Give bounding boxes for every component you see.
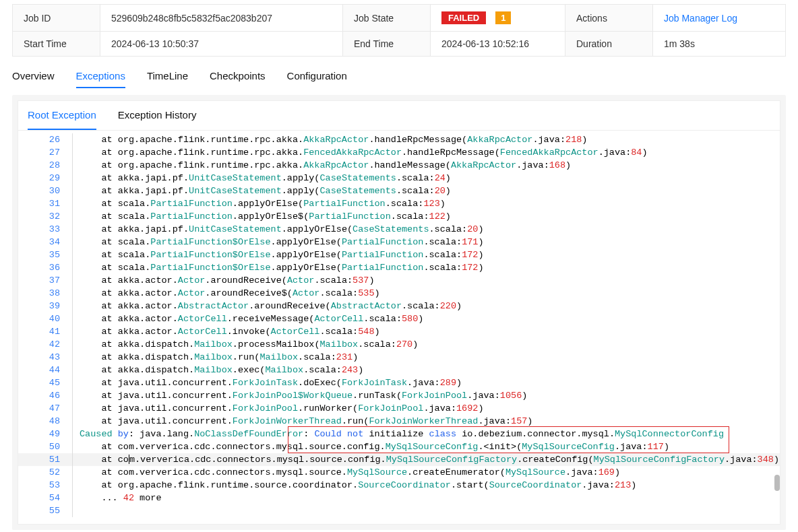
tab-exceptions[interactable]: Exceptions — [76, 70, 125, 88]
subtab-exception-history[interactable]: Exception History — [118, 109, 197, 130]
start-time-label: Start Time — [13, 32, 100, 57]
line-number: 33 — [18, 223, 72, 236]
code-content: at scala.PartialFunction$OrElse.applyOrE… — [80, 248, 780, 261]
code-line[interactable]: 47 at java.util.concurrent.ForkJoinPool.… — [18, 402, 780, 415]
exception-subtabs: Root Exception Exception History — [18, 101, 780, 131]
code-content: at scala.PartialFunction$OrElse.applyOrE… — [80, 236, 780, 248]
duration-value: 1m 38s — [653, 32, 786, 57]
code-content: at org.apache.flink.runtime.rpc.akka.Fen… — [80, 146, 780, 159]
line-number: 28 — [18, 159, 72, 172]
code-content: at akka.japi.pf.UnitCaseStatement.apply(… — [80, 172, 780, 185]
code-line[interactable]: 43 at akka.dispatch.Mailbox.run(Mailbox.… — [18, 351, 780, 364]
code-content: at akka.actor.ActorCell.receiveMessage(A… — [80, 312, 780, 325]
line-number: 54 — [18, 492, 72, 504]
code-line[interactable]: 32 at scala.PartialFunction.applyOrElse$… — [18, 210, 780, 223]
code-content: at org.apache.flink.runtime.rpc.akka.Akk… — [80, 133, 780, 146]
code-line[interactable]: 38 at akka.actor.Actor.aroundReceive$(Ac… — [18, 287, 780, 300]
code-content: at akka.dispatch.Mailbox.exec(Mailbox.sc… — [80, 364, 780, 376]
code-line[interactable]: 31 at scala.PartialFunction.applyOrElse(… — [18, 197, 780, 210]
code-line[interactable]: 40 at akka.actor.ActorCell.receiveMessag… — [18, 312, 780, 325]
line-number: 55 — [18, 504, 72, 517]
failed-badge: FAILED — [441, 11, 486, 24]
code-line[interactable]: 52 at com.ververica.cdc.connectors.mysql… — [18, 466, 780, 479]
code-line[interactable]: 29 at akka.japi.pf.UnitCaseStatement.app… — [18, 172, 780, 185]
code-line[interactable]: 46 at java.util.concurrent.ForkJoinPool$… — [18, 389, 780, 402]
code-content: Caused by: java.lang.NoClassDefFoundErro… — [80, 428, 780, 440]
line-number: 42 — [18, 338, 72, 351]
line-number: 39 — [18, 300, 72, 312]
code-content: ... 42 more — [80, 492, 780, 504]
code-content: at akka.dispatch.Mailbox.processMailbox(… — [80, 338, 780, 351]
job-id-label: Job ID — [13, 5, 100, 32]
scrollbar-thumb[interactable] — [774, 475, 780, 491]
job-id-value: 529609b248c8fb5c5832f5ac2083b207 — [100, 5, 343, 32]
end-time-value: 2024-06-13 10:52:16 — [431, 32, 565, 57]
code-line[interactable]: 27 at org.apache.flink.runtime.rpc.akka.… — [18, 146, 780, 159]
subtab-root-exception[interactable]: Root Exception — [28, 109, 96, 130]
line-number: 36 — [18, 261, 72, 274]
code-line[interactable]: 49Caused by: java.lang.NoClassDefFoundEr… — [18, 428, 780, 440]
code-line[interactable]: 30 at akka.japi.pf.UnitCaseStatement.app… — [18, 185, 780, 197]
code-content: at akka.japi.pf.UnitCaseStatement.apply(… — [80, 185, 780, 197]
code-line[interactable]: 53 at org.apache.flink.runtime.source.co… — [18, 479, 780, 492]
line-number: 53 — [18, 479, 72, 492]
line-number: 48 — [18, 415, 72, 428]
end-time-label: End Time — [343, 32, 431, 57]
code-line[interactable]: 37 at akka.actor.Actor.aroundReceive(Act… — [18, 274, 780, 287]
code-line[interactable]: 41 at akka.actor.ActorCell.invoke(ActorC… — [18, 325, 780, 338]
code-content: at scala.PartialFunction.applyOrElse(Par… — [80, 197, 780, 210]
line-number: 41 — [18, 325, 72, 338]
code-content: at com.ververica.cdc.connectors.mysql.so… — [80, 453, 780, 466]
code-content: at com.ververica.cdc.connectors.mysql.so… — [80, 466, 780, 479]
code-line[interactable]: 28 at org.apache.flink.runtime.rpc.akka.… — [18, 159, 780, 172]
code-line[interactable]: 34 at scala.PartialFunction$OrElse.apply… — [18, 236, 780, 248]
code-content: at akka.japi.pf.UnitCaseStatement.applyO… — [80, 223, 780, 236]
line-number: 52 — [18, 466, 72, 479]
job-manager-log-link[interactable]: Job Manager Log — [664, 13, 737, 24]
job-state-value: FAILED 1 — [431, 5, 565, 32]
code-content: at java.util.concurrent.ForkJoinTask.doE… — [80, 376, 780, 389]
code-line[interactable]: 48 at java.util.concurrent.ForkJoinWorke… — [18, 415, 780, 428]
line-number: 27 — [18, 146, 72, 159]
code-content: at java.util.concurrent.ForkJoinWorkerTh… — [80, 415, 780, 428]
code-content: at java.util.concurrent.ForkJoinPool$Wor… — [80, 389, 780, 402]
code-content: at java.util.concurrent.ForkJoinPool.run… — [80, 402, 780, 415]
line-number: 44 — [18, 364, 72, 376]
code-line[interactable]: 54 ... 42 more — [18, 492, 780, 504]
line-number: 38 — [18, 287, 72, 300]
code-content: at akka.dispatch.Mailbox.run(Mailbox.sca… — [80, 351, 780, 364]
code-line[interactable]: 35 at scala.PartialFunction$OrElse.apply… — [18, 248, 780, 261]
job-state-label: Job State — [343, 5, 431, 32]
start-time-value: 2024-06-13 10:50:37 — [100, 32, 343, 57]
code-line[interactable]: 26 at org.apache.flink.runtime.rpc.akka.… — [18, 133, 780, 146]
code-content: at scala.PartialFunction$OrElse.applyOrE… — [80, 261, 780, 274]
code-content: at akka.actor.Actor.aroundReceive(Actor.… — [80, 274, 780, 287]
stack-trace-viewer[interactable]: 26 at org.apache.flink.runtime.rpc.akka.… — [18, 131, 780, 524]
code-line[interactable]: 50 at com.ververica.cdc.connectors.mysql… — [18, 440, 780, 453]
code-line[interactable]: 45 at java.util.concurrent.ForkJoinTask.… — [18, 376, 780, 389]
code-content: at akka.actor.ActorCell.invoke(ActorCell… — [80, 325, 780, 338]
code-content: at org.apache.flink.runtime.source.coord… — [80, 479, 780, 492]
code-line[interactable]: 42 at akka.dispatch.Mailbox.processMailb… — [18, 338, 780, 351]
code-line[interactable]: 55 — [18, 504, 780, 517]
code-content: at akka.actor.Actor.aroundReceive$(Actor… — [80, 287, 780, 300]
fail-count-badge: 1 — [495, 11, 511, 24]
code-content: at scala.PartialFunction.applyOrElse$(Pa… — [80, 210, 780, 223]
code-line[interactable]: 51 at com.ververica.cdc.connectors.mysql… — [18, 453, 780, 466]
tab-timeline[interactable]: TimeLine — [147, 70, 188, 88]
tab-configuration[interactable]: Configuration — [287, 70, 347, 88]
code-line[interactable]: 39 at akka.actor.AbstractActor.aroundRec… — [18, 300, 780, 312]
code-line[interactable]: 44 at akka.dispatch.Mailbox.exec(Mailbox… — [18, 364, 780, 376]
line-number: 34 — [18, 236, 72, 248]
tab-overview[interactable]: Overview — [12, 70, 55, 88]
line-number: 32 — [18, 210, 72, 223]
code-line[interactable]: 36 at scala.PartialFunction$OrElse.apply… — [18, 261, 780, 274]
actions-label: Actions — [565, 5, 653, 32]
duration-label: Duration — [565, 32, 653, 57]
tab-checkpoints[interactable]: Checkpoints — [210, 70, 266, 88]
line-number: 51 — [18, 453, 72, 466]
line-number: 29 — [18, 172, 72, 185]
code-line[interactable]: 33 at akka.japi.pf.UnitCaseStatement.app… — [18, 223, 780, 236]
line-number: 37 — [18, 274, 72, 287]
line-number: 49 — [18, 428, 72, 440]
